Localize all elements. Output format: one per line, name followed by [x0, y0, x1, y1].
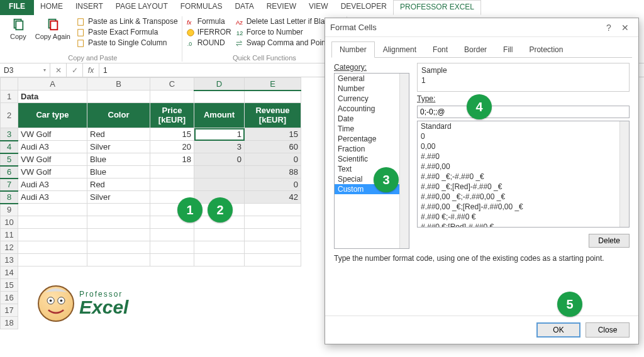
dialog-titlebar[interactable]: Format Cells ? ✕: [325, 18, 638, 37]
format-item[interactable]: #.##0,00 _€;[Red]-#.##0,00 _€: [418, 202, 629, 212]
cell[interactable]: Audi A3: [18, 191, 87, 204]
dialog-tab-border[interactable]: Border: [456, 41, 495, 58]
cell[interactable]: [18, 229, 87, 241]
format-item[interactable]: #.##0 _€;-#.##0 _€: [418, 172, 629, 182]
format-item[interactable]: #.##0: [418, 151, 629, 162]
name-box[interactable]: D3: [0, 63, 50, 77]
cell[interactable]: 15: [245, 128, 301, 141]
row-header[interactable]: 12: [1, 241, 18, 254]
format-item[interactable]: 0: [418, 131, 629, 141]
cell[interactable]: [194, 254, 245, 266]
cell[interactable]: [87, 216, 150, 229]
copy-again-button[interactable]: Copy Again: [33, 16, 73, 41]
cell[interactable]: 42: [245, 191, 301, 204]
cell[interactable]: [87, 91, 150, 103]
dialog-tab-font[interactable]: Font: [425, 41, 456, 58]
iferror-button[interactable]: IFERROR: [186, 27, 231, 38]
cell[interactable]: [245, 241, 301, 254]
insert-function-button[interactable]: fx: [83, 63, 99, 77]
tab-file[interactable]: FILE: [0, 0, 34, 15]
cell[interactable]: [194, 166, 245, 178]
round-button[interactable]: .0ROUND: [186, 38, 231, 48]
cell[interactable]: Amount: [194, 103, 245, 128]
dialog-tab-protection[interactable]: Protection: [521, 41, 571, 58]
dialog-help-button[interactable]: ?: [601, 23, 617, 33]
cell[interactable]: Silver: [87, 191, 150, 204]
cell[interactable]: 20: [150, 141, 194, 153]
format-item[interactable]: #.##0 €;-#.##0 €: [418, 212, 629, 222]
cell[interactable]: [194, 91, 245, 103]
row-header[interactable]: 15: [1, 279, 18, 292]
format-item[interactable]: #.##0,00 _€;-#.##0,00 _€: [418, 192, 629, 202]
cell[interactable]: Price [kEUR]: [150, 103, 194, 128]
cell[interactable]: [18, 254, 87, 266]
dialog-close-button[interactable]: ✕: [617, 23, 633, 33]
row-header[interactable]: 6: [1, 166, 18, 178]
select-all-corner[interactable]: [1, 78, 18, 91]
paste-exact-button[interactable]: Paste Exact Formula: [77, 27, 178, 38]
row-header[interactable]: 10: [1, 216, 18, 229]
format-item[interactable]: 0,00: [418, 141, 629, 151]
category-item[interactable]: Text: [335, 164, 409, 174]
row-header[interactable]: 14: [1, 266, 18, 279]
tab-review[interactable]: REVIEW: [260, 0, 303, 15]
tab-data[interactable]: DATA: [228, 0, 260, 15]
row-header[interactable]: 16: [1, 292, 18, 304]
cell[interactable]: [245, 91, 301, 103]
category-item[interactable]: Number: [335, 84, 409, 94]
tab-formulas[interactable]: FORMULAS: [174, 0, 229, 15]
row-header[interactable]: 1: [1, 91, 18, 103]
dialog-tab-fill[interactable]: Fill: [495, 41, 521, 58]
cell[interactable]: Car type: [18, 103, 87, 128]
scrollbar[interactable]: [399, 74, 409, 248]
force-number-button[interactable]: 12Force to Number: [235, 27, 333, 38]
format-item[interactable]: #.##0 _€;[Red]-#.##0 _€: [418, 182, 629, 192]
tab-page-layout[interactable]: PAGE LAYOUT: [109, 0, 174, 15]
cell[interactable]: Blue: [87, 166, 150, 178]
col-header[interactable]: A: [18, 78, 87, 91]
row-header[interactable]: 13: [1, 254, 18, 266]
dialog-tab-alignment[interactable]: Alignment: [375, 41, 425, 58]
format-item[interactable]: #.##0,00: [418, 162, 629, 172]
cell[interactable]: [150, 229, 194, 241]
dialog-tab-number[interactable]: Number: [331, 41, 375, 58]
cell[interactable]: 0: [245, 153, 301, 166]
row-header[interactable]: 17: [1, 304, 18, 317]
row-header[interactable]: 4: [1, 141, 18, 153]
col-header[interactable]: B: [87, 78, 150, 91]
cell[interactable]: Color: [87, 103, 150, 128]
format-item[interactable]: Standard: [418, 121, 629, 131]
cell[interactable]: [245, 216, 301, 229]
tab-view[interactable]: VIEW: [303, 0, 335, 15]
cell[interactable]: Data: [18, 91, 87, 103]
format-list[interactable]: Standard 0 0,00 #.##0 #.##0,00 #.##0 _€;…: [417, 121, 630, 228]
cell[interactable]: 18: [150, 153, 194, 166]
delete-last-button[interactable]: AzDelete Last Letter if Blank: [235, 16, 333, 27]
swap-comma-button[interactable]: Swap Comma and Point: [235, 38, 333, 48]
cell[interactable]: [87, 241, 150, 254]
row-header[interactable]: 5: [1, 153, 18, 166]
cell[interactable]: Silver: [87, 141, 150, 153]
tab-home[interactable]: HOME: [34, 0, 69, 15]
row-header[interactable]: 3: [1, 128, 18, 141]
paste-link-transpose-button[interactable]: Paste as Link & Transpose: [77, 16, 178, 27]
cell[interactable]: [18, 204, 87, 216]
cell[interactable]: [245, 204, 301, 216]
cell[interactable]: [245, 254, 301, 266]
cell[interactable]: [87, 254, 150, 266]
category-item[interactable]: Currency: [335, 94, 409, 104]
cell[interactable]: [18, 241, 87, 254]
cell[interactable]: VW Golf: [18, 166, 87, 178]
type-input[interactable]: [417, 106, 630, 118]
cell[interactable]: Audi A3: [18, 178, 87, 191]
cell[interactable]: [194, 178, 245, 191]
category-item[interactable]: General: [335, 74, 409, 84]
close-button[interactable]: Close: [586, 322, 630, 338]
cancel-entry-button[interactable]: ✕: [50, 63, 67, 77]
cell-active[interactable]: 1: [194, 128, 245, 141]
cell[interactable]: Audi A3: [18, 141, 87, 153]
category-item[interactable]: Time: [335, 124, 409, 134]
category-item[interactable]: Scientific: [335, 154, 409, 164]
tab-developer[interactable]: DEVELOPER: [335, 0, 393, 15]
cell[interactable]: [150, 178, 194, 191]
